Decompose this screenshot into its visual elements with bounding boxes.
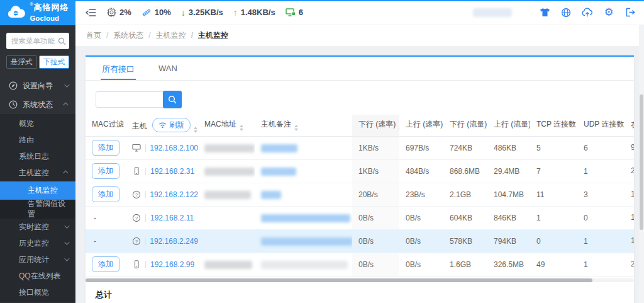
vertical-scrollbar[interactable] bbox=[639, 25, 644, 303]
sidebar-item-system-log[interactable]: 系统日志 bbox=[0, 148, 75, 164]
app-header: ®高恪网络 Gocloud 2% 10% ↓ 3.25KB/s ↑ 1.48KB… bbox=[0, 0, 644, 25]
host-filter-input[interactable] bbox=[96, 91, 164, 108]
sidebar-item-interface-overview[interactable]: 接口概览 bbox=[0, 284, 75, 300]
sidebar-item-history-monitor[interactable]: 历史监控 bbox=[0, 235, 75, 251]
main-content: 首页 系统状态 主机监控 主机监控 所有接口 WAN bbox=[75, 25, 644, 303]
breadcrumb-system-status[interactable]: 系统状态 bbox=[101, 30, 143, 41]
table-row-highlighted: - ?192.168.2.249 0B/s 0B/s 578KB 794KB 0… bbox=[86, 229, 634, 253]
col-mac-filter: MAC过滤 bbox=[86, 115, 126, 136]
logo-title: 高恪网络 bbox=[34, 3, 69, 12]
host-ip-link[interactable]: 192.168.2.100 bbox=[150, 144, 198, 152]
sidebar-item-app-stats[interactable]: 应用统计 bbox=[0, 251, 75, 268]
up-rate-cell: 0B/s bbox=[399, 229, 443, 253]
tab-wan[interactable]: WAN bbox=[157, 57, 179, 80]
up-total-cell: 29.4MB bbox=[487, 159, 530, 183]
sort-icon[interactable] bbox=[399, 125, 399, 131]
sidebar-item-label: 接口概览 bbox=[19, 287, 49, 298]
down-rate-cell: 1KB/s bbox=[352, 136, 399, 159]
sidebar-item-system-status[interactable]: 系统状态 bbox=[0, 95, 75, 114]
divider bbox=[145, 168, 146, 175]
svg-text:?: ? bbox=[135, 192, 138, 197]
mac-redacted bbox=[204, 144, 255, 152]
refresh-button[interactable]: 刷新 bbox=[152, 118, 191, 132]
language-globe-icon[interactable] bbox=[560, 6, 572, 19]
cloud-logo-icon bbox=[6, 5, 26, 20]
tab-all-interfaces[interactable]: 所有接口 bbox=[101, 57, 136, 80]
brand-logo[interactable]: ®高恪网络 Gocloud bbox=[0, 0, 75, 25]
add-filter-button[interactable]: 添加 bbox=[92, 140, 119, 156]
divider bbox=[145, 261, 146, 268]
sidebar-item-alert-threshold[interactable]: 告警阈值设置 bbox=[0, 200, 75, 218]
host-ip-link[interactable]: 192.168.2.249 bbox=[150, 237, 198, 246]
dashboard-icon bbox=[9, 100, 18, 109]
hosts-table: MAC过滤 主机刷新 MAC地址 主机备注 下行 (速率) 上行 (速率) 下行… bbox=[86, 115, 634, 277]
search-button[interactable] bbox=[163, 91, 182, 108]
menu-fold-icon[interactable] bbox=[84, 6, 97, 19]
logout-icon[interactable] bbox=[624, 6, 636, 19]
breadcrumb-home[interactable]: 首页 bbox=[86, 30, 101, 41]
sidebar-item-label: 主机监控 bbox=[19, 168, 49, 178]
sidebar-search-input[interactable] bbox=[11, 37, 58, 45]
up-rate-cell: 0B/s bbox=[399, 253, 443, 276]
sidebar-item-overview[interactable]: 概览 bbox=[0, 115, 75, 132]
udp-cell: 1 bbox=[577, 159, 625, 183]
devices-value: 6 bbox=[299, 8, 303, 17]
sidebar-item-host-monitor-group[interactable]: 主机监控 bbox=[0, 164, 75, 181]
sort-icon[interactable] bbox=[294, 125, 298, 131]
phone-icon bbox=[132, 260, 141, 268]
down-total-cell: 604KB bbox=[443, 206, 487, 229]
host-ip-link[interactable]: 192.168.2.122 bbox=[150, 190, 198, 199]
udp-cell: 6 bbox=[577, 136, 625, 159]
search-icon bbox=[58, 37, 66, 45]
down-rate-cell: 0B/s bbox=[352, 206, 399, 229]
sidebar-item-label: 路由 bbox=[19, 135, 34, 146]
sidebar-item-setup-wizard[interactable]: 设置向导 bbox=[0, 76, 75, 95]
horizontal-scrollbar-thumb[interactable] bbox=[86, 278, 592, 282]
sidebar-item-realtime-monitor[interactable]: 实时监控 bbox=[0, 219, 75, 235]
add-filter-button[interactable]: 添加 bbox=[92, 186, 119, 202]
mode-dropdown-button[interactable]: 下拉式 bbox=[39, 55, 70, 69]
chevron-down-icon bbox=[64, 223, 69, 228]
memory-value: 10% bbox=[155, 8, 171, 17]
cloud-upload-icon[interactable] bbox=[581, 6, 594, 19]
sidebar-item-host-monitor[interactable]: 主机监控 bbox=[0, 181, 75, 200]
note-redacted bbox=[261, 144, 297, 152]
sort-icon[interactable] bbox=[194, 127, 197, 133]
host-ip-link[interactable]: 192.168.2.31 bbox=[150, 167, 194, 176]
breadcrumb-host-monitor[interactable]: 主机监控 bbox=[143, 30, 186, 41]
add-filter-button[interactable]: 添加 bbox=[92, 256, 119, 272]
unknown-device-icon: ? bbox=[132, 214, 141, 222]
search-icon bbox=[168, 95, 177, 104]
add-filter-button[interactable]: 添加 bbox=[92, 163, 119, 179]
online-cell: 1天 bbox=[625, 206, 634, 229]
svg-text:?: ? bbox=[135, 215, 138, 220]
mode-float-button[interactable]: 悬浮式 bbox=[6, 55, 37, 69]
totals-summary: 总计 下行(流量)4.89GB 上行(流量)485.15MB TCP 连接数73… bbox=[86, 282, 634, 303]
up-total-cell: 326.5MB bbox=[487, 253, 530, 276]
chevron-up-icon bbox=[63, 102, 68, 107]
host-ip-link[interactable]: 192.168.2.11 bbox=[150, 214, 194, 222]
vertical-scrollbar-thumb[interactable] bbox=[640, 94, 643, 230]
interface-tabs: 所有接口 WAN bbox=[86, 57, 634, 81]
gear-icon[interactable]: ⚙ bbox=[602, 6, 615, 19]
down-rate-cell: 1KB/s bbox=[352, 159, 399, 183]
up-rate-cell: 484B/s bbox=[399, 159, 443, 183]
sidebar-item-qq-online-list[interactable]: QQ在线列表 bbox=[0, 268, 75, 284]
host-ip-link[interactable]: 192.168.2.99 bbox=[150, 260, 194, 269]
online-cell: 1天 bbox=[625, 229, 634, 253]
note-redacted bbox=[261, 168, 296, 176]
theme-shirt-icon[interactable] bbox=[538, 6, 551, 19]
svg-text:?: ? bbox=[135, 238, 138, 244]
sidebar-item-routes[interactable]: 路由 bbox=[0, 132, 75, 148]
upload-value: 1.48KB/s bbox=[241, 8, 275, 17]
sort-icon[interactable] bbox=[240, 125, 243, 131]
udp-cell: 3 bbox=[577, 183, 625, 206]
down-rate-cell: 20B/s bbox=[352, 183, 399, 206]
horizontal-scrollbar[interactable] bbox=[86, 278, 634, 282]
col-up-rate: 上行 (速率) bbox=[399, 115, 443, 136]
up-rate-cell: 23B/s bbox=[399, 183, 443, 206]
tcp-cell: 11 bbox=[530, 183, 577, 206]
top-accent-bar bbox=[0, 0, 644, 1]
table-row: 添加 192.168.2.100 1KB/s 697B/s 724KB 486K… bbox=[86, 136, 634, 159]
compass-icon bbox=[9, 81, 18, 90]
